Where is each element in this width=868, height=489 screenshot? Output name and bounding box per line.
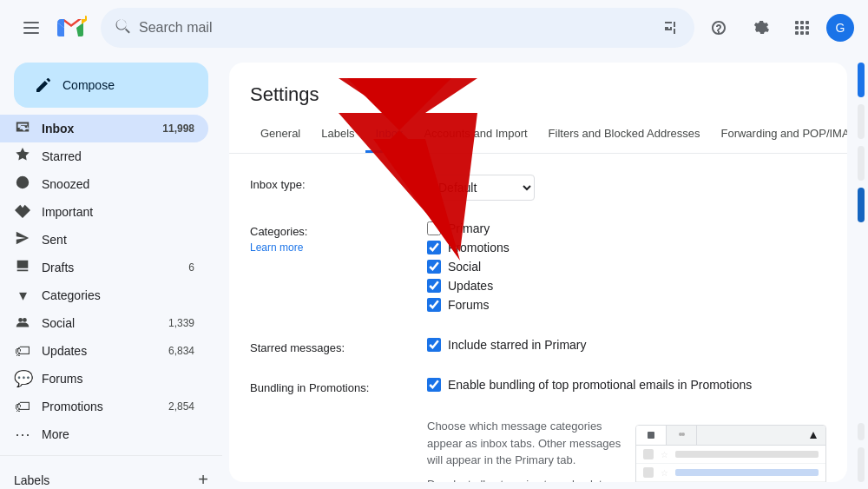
sent-icon — [14, 230, 31, 250]
help-button[interactable] — [701, 10, 736, 45]
category-primary-checkbox[interactable] — [427, 221, 441, 235]
inbox-label: Inbox — [42, 122, 152, 135]
sent-label: Sent — [42, 233, 194, 247]
drafts-icon — [14, 258, 31, 278]
sidebar-item-snoozed[interactable]: Snoozed — [0, 170, 208, 198]
inbox-type-select[interactable]: Default Important first Unread first Sta… — [427, 175, 535, 201]
deselect-text: Deselect all categories to go back to yo… — [427, 476, 621, 483]
bundling-row: Bundling in Promotions: Enable bundling … — [250, 378, 826, 397]
category-promotions-item: Promotions — [427, 241, 826, 254]
preview-header — [636, 426, 825, 446]
category-forums-label: Forums — [448, 298, 489, 312]
sidebar-item-categories-expand[interactable]: ▾ Categories — [0, 281, 208, 309]
svg-rect-3 — [795, 21, 799, 24]
category-primary-item: Primary — [427, 221, 826, 235]
sidebar-item-inbox[interactable]: Inbox 11,998 — [0, 115, 208, 142]
preview-check-2 — [643, 467, 654, 478]
sidebar-item-promotions[interactable]: 🏷 Promotions 2,854 — [0, 393, 208, 420]
bundling-enable-checkbox[interactable] — [427, 378, 441, 392]
svg-rect-1 — [23, 27, 39, 29]
tab-accounts[interactable]: Accounts and Import — [413, 116, 537, 153]
right-panel-gray1[interactable] — [858, 104, 865, 139]
tab-general[interactable]: General — [250, 116, 311, 153]
right-panel-blue[interactable] — [858, 63, 865, 97]
tab-inbox[interactable]: Inbox — [365, 116, 414, 153]
apps-button[interactable] — [785, 10, 819, 45]
preview-line-2 — [675, 469, 819, 476]
snoozed-label: Snoozed — [42, 177, 194, 191]
sidebar-item-updates[interactable]: 🏷 Updates 6,834 — [0, 337, 208, 365]
tab-filters[interactable]: Filters and Blocked Addresses — [538, 116, 711, 153]
bundling-content: Enable bundling of top promotional email… — [427, 378, 826, 397]
compose-button[interactable]: Compose — [14, 63, 208, 108]
settings-tabs: General Labels Inbox Accounts and Import… — [229, 116, 847, 154]
sidebar-item-drafts[interactable]: Drafts 6 — [0, 254, 208, 281]
starred-include-label: Include starred in Primary — [448, 338, 587, 352]
svg-rect-6 — [795, 26, 799, 30]
settings-title: Settings — [229, 63, 847, 116]
sidebar-item-starred[interactable]: Starred — [0, 142, 208, 170]
svg-rect-11 — [806, 31, 809, 35]
inbox-preview-box: ☆ ☆ ☆ — [635, 425, 826, 482]
inbox-icon — [14, 119, 31, 139]
category-promotions-checkbox[interactable] — [427, 241, 441, 254]
avatar[interactable]: G — [826, 14, 854, 42]
inbox-type-row: Inbox type: Default Important first Unre… — [250, 175, 826, 201]
learn-more-link[interactable]: Learn more — [250, 241, 406, 254]
menu-button[interactable] — [14, 10, 49, 45]
right-panel-gray2[interactable] — [858, 146, 865, 181]
svg-rect-4 — [800, 21, 804, 24]
sidebar-item-forums[interactable]: 💬 Forums — [0, 365, 208, 393]
category-social-checkbox[interactable] — [427, 260, 441, 274]
preview-row-1: ☆ — [636, 446, 825, 464]
right-panel-darkblue[interactable] — [858, 188, 865, 222]
compose-icon — [35, 76, 52, 94]
forums-icon: 💬 — [14, 369, 31, 388]
more-label: More — [42, 427, 194, 441]
preview-check-1 — [643, 449, 654, 459]
description-spacer — [250, 418, 406, 482]
updates-icon: 🏷 — [14, 342, 31, 360]
search-icon — [115, 19, 132, 36]
search-options-icon[interactable] — [663, 19, 681, 36]
topbar: G — [0, 0, 868, 56]
category-social-label: Social — [448, 260, 481, 274]
description-text: Choose which message categories appear a… — [427, 418, 621, 469]
svg-rect-10 — [800, 31, 804, 35]
search-bar[interactable] — [101, 8, 694, 48]
add-label-button[interactable]: + — [198, 470, 208, 489]
category-forums-checkbox[interactable] — [427, 298, 441, 312]
sidebar-item-social[interactable]: Social 1,339 — [0, 309, 208, 337]
settings-content: Settings General Labels Inbox Accounts a… — [229, 63, 847, 482]
tab-forwarding[interactable]: Forwarding and POP/IMAP — [710, 116, 847, 153]
labels-section: Labels + — [0, 463, 222, 489]
right-panel-scroll[interactable] — [858, 423, 865, 440]
category-updates-checkbox[interactable] — [427, 279, 441, 293]
sidebar-item-important[interactable]: Important — [0, 198, 208, 226]
inbox-type-content: Default Important first Unread first Sta… — [427, 175, 826, 201]
settings-button[interactable] — [743, 10, 778, 45]
drafts-count: 6 — [188, 261, 194, 274]
categories-label: Categories: Learn more — [250, 221, 406, 317]
preview-star-2: ☆ — [661, 468, 668, 478]
starred-label: Starred messages: — [250, 338, 406, 357]
main-layout: Compose Inbox 11,998 Starred Snoozed — [0, 56, 868, 489]
svg-rect-0 — [23, 22, 39, 23]
gmail-logo — [56, 12, 87, 43]
sidebar-item-more[interactable]: ⋯ More — [0, 420, 208, 448]
labels-title: Labels — [14, 473, 49, 487]
tab-labels[interactable]: Labels — [311, 116, 365, 153]
starred-label: Starred — [42, 149, 194, 163]
starred-include-checkbox[interactable] — [427, 338, 441, 352]
social-count: 1,339 — [168, 317, 194, 329]
search-input[interactable] — [139, 20, 656, 36]
sidebar: Compose Inbox 11,998 Starred Snoozed — [0, 56, 222, 489]
updates-count: 6,834 — [168, 345, 194, 357]
description-text-block: Choose which message categories appear a… — [427, 418, 621, 482]
sidebar-item-sent[interactable]: Sent — [0, 226, 208, 254]
starred-icon — [14, 147, 31, 167]
preview-tab-primary — [636, 426, 667, 445]
svg-point-13 — [23, 318, 27, 322]
preview-arrow — [801, 426, 825, 445]
svg-rect-8 — [806, 26, 809, 30]
